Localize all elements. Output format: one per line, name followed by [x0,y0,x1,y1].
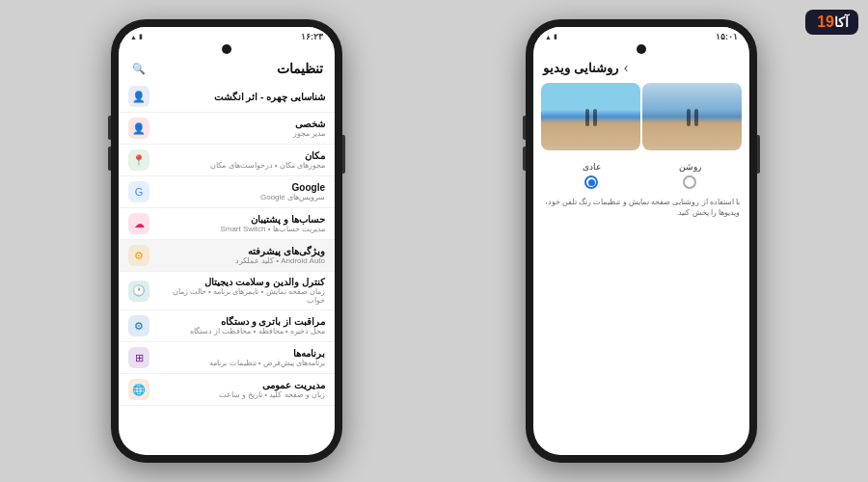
settings-item-text: کنترل والدین و سلامت دیجیتالزمان صفحه نم… [157,277,325,305]
battery-icon-2: ▮ [554,33,557,40]
phone-settings: ▲ ▮ ۱۶:۲۳ 🔍 تنظیمات شناسایی چهره - اثر ا… [111,19,342,463]
settings-item-title: کنترل والدین و سلامت دیجیتال [157,277,325,287]
settings-item-text: ویژگی‌های پیشرفتهAndroid Auto • کلید عمل… [157,246,325,265]
settings-item-title: مکان [157,150,325,161]
figure-1 [541,109,640,126]
settings-item-title: مراقبت از باتری و دستگاه [157,316,325,327]
settings-item-text: مکانمجوزهای مکان • درخواست‌های مکان [157,150,325,170]
settings-icon: ☁ [128,213,149,234]
radio-option[interactable]: روشن [679,162,701,189]
settings-item-text: برنامه‌هابرنامه‌های پیش‌فرض • تنظیمات بر… [157,348,325,367]
figure-2 [642,109,742,126]
radio-option[interactable]: عادی [583,162,601,189]
phone-video: ▲ ▮ ۱۵:۰۱ › روشنایی ویدیو [526,19,757,463]
settings-item-subtitle: محل ذخیره • محافظه • محافظت از دستگاه [157,327,325,335]
settings-item-title: ویژگی‌های پیشرفته [157,246,325,256]
radio-circle[interactable] [683,175,696,189]
settings-list: شناسایی چهره - اثر انگشت👤شخصیمدیر مجوز👤م… [119,81,335,455]
settings-item-subtitle: Android Auto • کلید عملکرد [157,256,325,265]
vol-down-button-2 [523,147,526,171]
camera-1 [119,44,335,54]
settings-item-text: Googleسرویس‌های Google [157,182,325,201]
settings-icon: 📍 [128,149,149,171]
settings-item-title: شخصی [157,119,325,129]
time-1: ۱۶:۲۳ [301,32,323,41]
video-brightness-content: › روشنایی ویدیو [533,54,749,455]
person-silhouette-3 [687,109,691,126]
settings-icon: 🕐 [128,281,149,302]
status-icons-2: ▲ ▮ [545,33,557,40]
settings-item[interactable]: شخصیمدیر مجوز👤 [119,113,335,145]
vol-up-button [108,116,111,140]
settings-item-subtitle: برنامه‌های پیش‌فرض • تنظیمات برنامه [157,359,325,367]
video-preview-2 [642,83,742,150]
settings-item-subtitle: زبان و صفحه کلید • تاریخ و ساعت [157,390,325,399]
radio-options: روشنعادی [533,154,749,193]
power-button-2 [757,135,760,174]
logo-text: آکا [834,14,849,30]
settings-icon: 🌐 [128,379,149,400]
search-icon[interactable]: 🔍 [130,60,148,77]
camera-2 [533,44,749,54]
settings-item[interactable]: کنترل والدین و سلامت دیجیتالزمان صفحه نم… [119,272,335,310]
settings-icon: 👤 [128,118,149,139]
settings-item-title: مدیریت عمومی [157,380,325,390]
settings-item-text: شخصیمدیر مجوز [157,119,325,138]
person-silhouette-2 [593,109,597,126]
wifi-icon: ▲ [130,34,137,40]
settings-icon: 👤 [128,86,149,107]
status-bar-1: ▲ ▮ ۱۶:۲۳ [119,27,335,46]
settings-item[interactable]: مراقبت از باتری و دستگاهمحل ذخیره • محاف… [119,310,335,342]
scene: 19 آکا ▲ ▮ ۱۶:۲۳ 🔍 تنظیمات [0,0,868,482]
settings-item[interactable]: شناسایی چهره - اثر انگشت👤 [119,81,335,113]
settings-icon: ⚙ [128,245,149,266]
video-brightness-title: روشنایی ویدیو [543,61,618,75]
video-description: با استفاده از روشنایی صفحه نمایش و تنظیم… [533,193,749,222]
radio-label: عادی [583,162,601,172]
settings-icon: ⊞ [128,347,149,368]
settings-item-subtitle: سرویس‌های Google [157,193,325,201]
settings-icon: G [128,181,149,202]
settings-item-text: شناسایی چهره - اثر انگشت [157,92,325,102]
settings-item-subtitle: مدیر مجوز [157,129,325,138]
status-icons-1: ▲ ▮ [130,33,143,40]
video-brightness-header: › روشنایی ویدیو [533,54,749,79]
settings-item[interactable]: حساب‌ها و پشتیبانمدیریت حساب‌ها • Smart … [119,208,335,240]
settings-item[interactable]: ویژگی‌های پیشرفتهAndroid Auto • کلید عمل… [119,240,335,272]
wifi-icon-2: ▲ [545,34,552,40]
settings-item-subtitle: مجوزهای مکان • درخواست‌های مکان [157,161,325,170]
time-2: ۱۵:۰۱ [716,32,738,41]
settings-title: تنظیمات [277,61,323,76]
settings-item-subtitle: زمان صفحه نمایش • تایمرهای برنامه • حالت… [157,287,325,305]
settings-item-text: مدیریت عمومیزبان و صفحه کلید • تاریخ و س… [157,380,325,399]
status-bar-2: ▲ ▮ ۱۵:۰۱ [533,27,749,46]
settings-item[interactable]: مدیریت عمومیزبان و صفحه کلید • تاریخ و س… [119,374,335,406]
settings-icon: ⚙ [128,315,149,336]
settings-item-title: Google [157,182,325,193]
settings-item[interactable]: مکانمجوزهای مکان • درخواست‌های مکان📍 [119,145,335,176]
video-preview-images [533,79,749,154]
camera-dot-2 [637,44,646,54]
video-preview-1 [541,83,640,150]
settings-screen: ▲ ▮ ۱۶:۲۳ 🔍 تنظیمات شناسایی چهره - اثر ا… [119,27,335,455]
person-silhouette-1 [585,109,589,126]
settings-item-title: شناسایی چهره - اثر انگشت [157,92,325,102]
settings-item[interactable]: Googleسرویس‌های GoogleG [119,176,335,208]
vol-up-button-2 [523,116,526,140]
person-silhouette-4 [694,109,698,126]
radio-inner [588,179,595,186]
logo-badge: 19 آکا [805,10,858,35]
settings-item-subtitle: مدیریت حساب‌ها • Smart Switch [157,225,325,233]
battery-icon: ▮ [139,33,143,40]
vol-down-button [108,147,111,171]
settings-item-text: حساب‌ها و پشتیبانمدیریت حساب‌ها • Smart … [157,214,325,233]
back-icon[interactable]: › [624,60,629,75]
radio-label: روشن [679,162,701,172]
radio-circle[interactable] [584,175,598,189]
settings-item-title: حساب‌ها و پشتیبان [157,214,325,225]
settings-item[interactable]: برنامه‌هابرنامه‌های پیش‌فرض • تنظیمات بر… [119,342,335,374]
logo-number: 19 [817,13,834,31]
video-screen: ▲ ▮ ۱۵:۰۱ › روشنایی ویدیو [533,27,749,455]
power-button [342,135,345,174]
settings-header: 🔍 تنظیمات [119,54,335,81]
